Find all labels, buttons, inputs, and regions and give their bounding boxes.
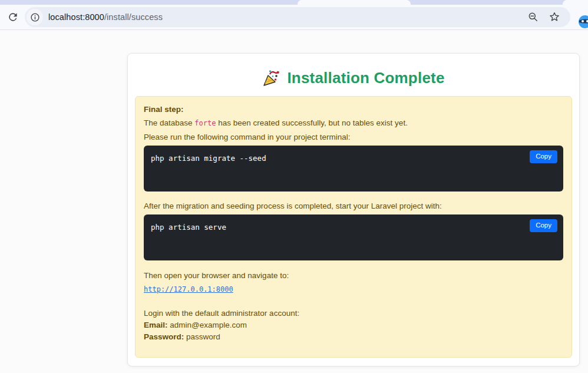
reload-icon xyxy=(7,11,19,23)
profile-button[interactable] xyxy=(578,15,588,29)
migrate-code-block: php artisan migrate --seed Copy xyxy=(144,146,563,192)
party-popper-icon xyxy=(262,68,281,87)
final-step-alert: Final step: The database forte has been … xyxy=(135,96,572,358)
reload-button[interactable] xyxy=(5,9,21,25)
db-line-pre: The database xyxy=(144,118,194,127)
url-host: localhost:8000 xyxy=(48,12,104,22)
password-value: password xyxy=(184,332,220,341)
zoom-out-button[interactable] xyxy=(527,11,540,24)
address-bar[interactable]: localhost:8000/install/success xyxy=(25,7,570,27)
zoom-out-icon xyxy=(527,11,539,23)
browser-toolbar: localhost:8000/install/success xyxy=(0,5,588,30)
navigate-line: Then open your browser and navigate to: xyxy=(144,269,563,282)
run-command-line: Please run the following command in your… xyxy=(144,130,563,144)
final-step-label: Final step: xyxy=(144,103,563,116)
url-text[interactable]: localhost:8000/install/success xyxy=(48,12,527,22)
app-link[interactable]: http://127.0.0.1:8000 xyxy=(144,285,233,293)
install-card: Installation Complete Final step: The da… xyxy=(127,53,580,367)
masked-avatar-icon xyxy=(578,15,588,29)
page-title: Installation Complete xyxy=(287,69,444,87)
login-line: Login with the default administrator acc… xyxy=(144,308,563,319)
migrate-command: php artisan migrate --seed xyxy=(151,154,556,163)
bookmark-button[interactable] xyxy=(548,11,561,24)
email-value: admin@example.com xyxy=(168,321,247,329)
page-title-row: Installation Complete xyxy=(135,64,572,92)
db-line-post: has been created successfully, but no ta… xyxy=(216,118,407,127)
database-created-line: The database forte has been created succ… xyxy=(144,116,563,130)
url-path: /install/success xyxy=(104,12,163,22)
bookmark-star-icon xyxy=(549,11,560,23)
after-migration-line: After the migration and seeding process … xyxy=(144,199,563,213)
serve-command: php artisan serve xyxy=(151,223,556,232)
password-line: Password: password xyxy=(144,331,563,343)
tab-strip xyxy=(0,0,588,5)
copy-serve-button[interactable]: Copy xyxy=(530,219,557,232)
password-label: Password: xyxy=(144,332,184,341)
email-label: Email: xyxy=(144,321,168,329)
serve-code-block: php artisan serve Copy xyxy=(144,214,563,260)
db-name-code: forte xyxy=(194,119,216,127)
page-viewport: Installation Complete Final step: The da… xyxy=(0,31,588,373)
page-info-icon xyxy=(30,12,40,22)
inactive-tab[interactable] xyxy=(563,0,588,5)
active-tab[interactable] xyxy=(298,0,411,5)
copy-migrate-button[interactable]: Copy xyxy=(530,150,557,163)
page-info-button[interactable] xyxy=(27,9,43,25)
email-line: Email: admin@example.com xyxy=(144,319,563,331)
app-link-line: http://127.0.0.1:8000 xyxy=(144,282,563,296)
